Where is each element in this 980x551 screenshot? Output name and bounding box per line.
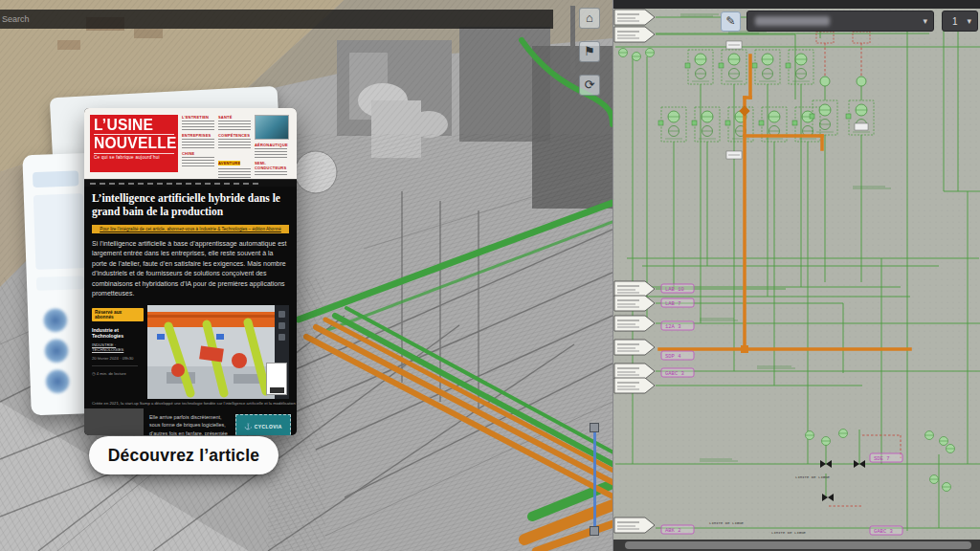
logo-tagline: Ce qui se fabrique aujourd’hui [94,153,174,160]
pencil-icon: ✎ [725,14,735,28]
logo-blob [44,368,71,395]
article-meta: Réservé aux abonnés Industrie et Technol… [92,305,144,399]
ad-banner[interactable]: ⚓ CYCLOVIA [235,414,291,435]
read-time: ◷ 4 min. de lecture [92,371,144,376]
subscriber-badge: Réservé aux abonnés [92,308,144,321]
search-label: Search [2,14,38,24]
svg-text:12A 3: 12A 3 [665,323,681,330]
anchor-icon: ⚓ [244,423,253,430]
text-lines [255,171,287,177]
text-lines [182,121,214,130]
home-button[interactable]: ⌂ [579,8,600,29]
masthead-column: AÉRONAUTIQUE SEMI-CONDUCTEURS [255,143,287,180]
svg-text:SDE 7: SDE 7 [874,455,890,462]
page-selector-dropdown[interactable]: 1 ▾ [942,11,978,32]
text-lines [218,121,251,130]
orbit-icon: ⟳ [585,77,595,92]
text-lines [182,157,214,166]
3d-viewer[interactable]: Search ⌂ ⚑ ⟳ L’USINE NOUVELLE Ce qui se … [0,0,612,551]
article-body: Si l’intelligence artificielle à base d’… [84,235,297,303]
svg-text:ABK 2: ABK 2 [665,527,681,534]
text-lines [218,139,251,148]
skeleton-line [33,170,79,187]
svg-text:GABC 3: GABC 3 [874,528,893,535]
bookmark-icon: ⚑ [584,44,595,58]
magazine-logo: L’USINE NOUVELLE Ce qui se fabrique aujo… [90,115,178,172]
text-lines [218,168,251,178]
logo-blob [42,307,69,334]
pid-diagram[interactable]: LAB 10 LAB 7 12A 3 SDP 4 GABC 3 ABK 2 SD… [613,9,980,540]
masthead-column: L’ENTRETIEN ENTREPRISES CHINE [182,115,214,169]
measurement-handle-top[interactable] [590,423,599,432]
article-bottom-row: SÉLECTIONNÉ POUR VOUS Elle arrive parfoi… [84,408,297,435]
image-caption: Créée en 2021, la start-up Samp a dévelo… [84,399,297,406]
topic-tags[interactable]: INDUSTRIE · TECHNOLOGIES [92,342,144,352]
article-content-row: Réservé aux abonnés Industrie et Technol… [84,303,297,399]
ad-brand: CYCLOVIA [255,424,282,430]
orbit-button[interactable]: ⟳ [579,75,600,96]
issue-bar [84,179,297,187]
text-lines [255,148,287,158]
edit-button[interactable]: ✎ [721,11,741,32]
scrollbar-thumb[interactable] [625,541,971,549]
cover-thumbnail [255,115,289,140]
svg-text:LAB 7: LAB 7 [665,300,681,307]
home-icon: ⌂ [586,11,593,25]
masthead-column: SANTÉ COMPÉTENCES AVENTURE [218,115,251,181]
chevron-down-icon: ▾ [923,16,927,26]
line-note: LIMITE DE LIGNE [771,531,807,535]
bookmark-button[interactable]: ⚑ [579,41,600,62]
drawing-selector-dropdown[interactable]: ▾ [746,11,934,32]
page-number: 1 [952,16,958,27]
pid-top-strip [613,0,980,9]
subscribe-banner[interactable]: Pour lire l’intégralité de cet article, … [92,225,289,233]
tool-icon [278,311,285,318]
svg-text:GABC 3: GABC 3 [665,370,684,377]
publish-date: 20 février 2024 · 09h30 [92,356,144,361]
measurement-handle-bottom[interactable] [590,526,599,536]
divider [92,365,138,366]
article-headline: L’intelligence artificielle hybride dans… [84,187,297,223]
skeleton-line [36,276,84,291]
redacted-drawing-name [755,16,830,26]
logo-line2: NOUVELLE [94,136,167,151]
article-card[interactable]: L’USINE NOUVELLE Ce qui se fabrique aujo… [84,108,297,435]
publication-name: Industrie et Technologies [92,327,144,339]
logo-blob [43,338,70,364]
tool-icon [278,334,285,341]
pipe-junction [741,345,748,353]
svg-text:LAB 10: LAB 10 [665,286,684,293]
svg-text:SDP 4: SDP 4 [665,353,681,360]
minimap-button [270,387,284,393]
pid-panel[interactable]: LAB 10 LAB 7 12A 3 SDP 4 GABC 3 ABK 2 SD… [612,0,980,551]
chevron-down-icon: ▾ [967,16,971,26]
article-body-continued: Elle arrive parfois discrètement, sous f… [144,408,235,435]
search-bar[interactable]: Search [0,10,553,29]
text-lines [182,139,214,148]
logo-line1: L’USINE [94,118,167,133]
issue-text-lines [90,183,260,185]
line-note: LIMITE DE LIGNE [795,475,831,479]
skeleton-block [33,193,86,270]
line-note: LIMITE DE LIGNE [709,521,745,525]
tool-icon [278,322,285,329]
discover-article-button[interactable]: Découvrez l’article [89,436,278,474]
image-minimap [266,363,287,395]
selected-for-you: SÉLECTIONNÉ POUR VOUS [84,408,144,435]
article-image [147,305,289,399]
horizontal-scrollbar[interactable] [613,540,980,551]
measurement-line[interactable] [593,428,596,529]
magazine-masthead: L’USINE NOUVELLE Ce qui se fabrique aujo… [84,108,297,179]
